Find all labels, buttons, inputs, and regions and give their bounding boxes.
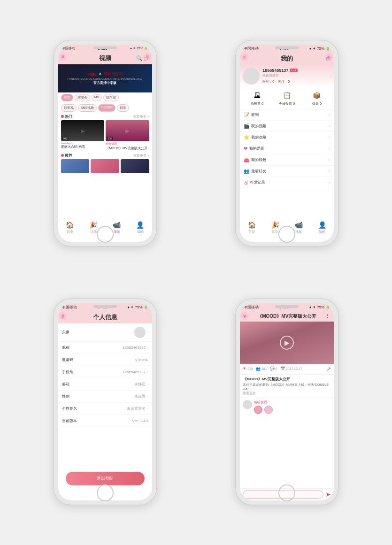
profile-chevron[interactable]: › — [330, 74, 331, 79]
filter-award[interactable]: 颁奖礼 — [61, 104, 77, 112]
vote-box-icon: 📦 — [310, 90, 323, 100]
hot-section-header: 热门 查看更多 > — [58, 113, 152, 120]
wallet-icon: 👛 — [244, 157, 249, 162]
logout-button[interactable]: 退出登陆 — [66, 472, 145, 485]
info-nickname-value: 18565465137 › — [123, 345, 148, 350]
favorites-icon: ⭐ — [244, 135, 249, 140]
flowers4-left: 🌸 — [240, 311, 249, 320]
comment-author-1: 哈哈饭团 — [254, 400, 273, 405]
recommend-thumb-2[interactable] — [91, 159, 119, 173]
icons-4: ● ✦ 75% 🔋 — [309, 305, 331, 309]
menu-tip-record[interactable]: 🖨 打赏记录 › — [240, 177, 334, 188]
video-thumb-2: 239 ▶ — [106, 120, 149, 141]
nav-video-1[interactable]: 📹 视频 — [113, 221, 121, 234]
nav-home-2[interactable]: 🏠 首页 — [248, 221, 256, 234]
comment-emoji-2[interactable] — [264, 406, 273, 414]
menu-checkin[interactable]: 📝 签到 › — [240, 109, 334, 121]
profile-info: 18565465137 Lv1 未设置签名 粉丝：0 关注：0 — [262, 68, 327, 84]
info-gender[interactable]: 性别 未设置 › — [58, 391, 152, 403]
phone-my: 中国移动 14:26 ● ✦ 75% 🔋 我的 ⚙ 🌸 🌸 1856546513… — [196, 14, 378, 273]
top-nav-profile: ‹ 个人信息 🌸 — [58, 311, 152, 323]
hot-more[interactable]: 查看更多 > — [133, 115, 149, 119]
nav-activity-1[interactable]: 🎉 活动 — [89, 221, 97, 234]
bottom-nav-1: 🏠 首页 🎉 活动 📹 视频 👤 我的 — [58, 219, 152, 242]
menu-my-video[interactable]: 🎬 我的视频 › — [240, 121, 334, 132]
nav-activity-2[interactable]: 🎉 活动 — [271, 221, 279, 234]
info-nickname[interactable]: 昵称 18565465137 › — [58, 342, 152, 354]
level-badge: Lv1 — [290, 69, 297, 72]
vote-today[interactable]: 📋 今日投票 0 — [279, 90, 295, 106]
video-desc-section: 《MOOD》MV完整版大公开 孟佳王嘉尔的新歌《MOOD》MV惊喜上线，作为"D… — [240, 375, 334, 398]
vote-today-label: 今日投票 0 — [279, 101, 295, 106]
video-item-1[interactable]: 802 ▶ baekhyun 爱丽大合唱 初雪 — [61, 120, 105, 151]
menu-favorites[interactable]: ⭐ 我的收藏 › — [240, 132, 334, 143]
send-button[interactable]: ➤ — [325, 491, 331, 498]
more-icon-wrap[interactable]: ⋮ — [325, 313, 330, 319]
info-invite-label: 邀请码 — [62, 357, 73, 362]
comment-input[interactable] — [243, 491, 323, 499]
nav-video-2[interactable]: 📹 视频 — [295, 221, 303, 234]
phone-video-detail: 中国移动 14:28 ● ✦ 75% 🔋 ‹ 《MOOD》MV完整版大公开 ⋮ … — [196, 273, 378, 531]
info-signature[interactable]: 个性签名 未设置签名 › — [58, 403, 152, 415]
invite-chevron: › — [329, 169, 330, 174]
menu-idol[interactable]: ❤ 我的爱豆 › — [240, 143, 334, 154]
video-count-2: 239 — [107, 137, 113, 140]
filter-mv[interactable]: MV — [92, 94, 102, 101]
video-grid-hot: 802 ▶ baekhyun 爱丽大合唱 初雪 239 ▶ — [58, 120, 152, 151]
nav-mine-1[interactable]: 👤 我的 — [136, 221, 144, 234]
video-thumb-main: ▶ — [240, 322, 334, 364]
nav-home-1[interactable]: 🏠 首页 — [66, 221, 74, 234]
flowers2-left: 🌸 — [240, 53, 249, 61]
recommend-thumb-1[interactable] — [61, 159, 90, 173]
search-icon[interactable]: 🔍 — [136, 55, 143, 61]
see-more[interactable]: 查看更多 — [243, 391, 331, 396]
vote-today-icon: 📋 — [280, 90, 293, 100]
flowers2-right: 🌸 — [324, 53, 334, 61]
checkin-icon: 📝 — [244, 112, 249, 117]
recommend-more[interactable]: 查看更多 > — [133, 154, 149, 158]
comment-section: 哈哈饭团 — [240, 398, 334, 488]
filter-daily[interactable]: 日常 — [117, 104, 129, 112]
video-item-2[interactable]: 239 ▶ 哈哈饭团 《MOOD》MV完整版大公开 — [106, 120, 149, 151]
vote-total-label: 总投票 0 — [251, 101, 263, 106]
filter-concert[interactable]: 演唱会 — [75, 94, 90, 101]
carrier-1: 中国移动 — [62, 46, 75, 51]
profile-header: 18565465137 Lv1 未设置签名 粉丝：0 关注：0 › — [240, 65, 334, 87]
nav-mine-2[interactable]: 👤 我的 — [318, 221, 326, 234]
filter-comprehensive[interactable]: 综艺 — [61, 94, 73, 101]
icons-2: ● ✦ 75% 🔋 — [309, 46, 331, 51]
info-version-value: Ver: 1.4.2 — [132, 419, 148, 423]
info-avatar[interactable]: 头像 › — [58, 323, 152, 342]
more-icon[interactable]: ⋮ — [325, 313, 330, 319]
top-nav-my: 我的 ⚙ 🌸 🌸 — [240, 53, 334, 65]
time-3: 14:26 — [97, 305, 107, 309]
filter-cover[interactable]: COVER — [98, 104, 115, 112]
follow-count: 关注：0 — [278, 79, 290, 84]
hot-title: 热门 — [61, 114, 72, 119]
bottom-nav-2: 🏠 首页 🎉 活动 📹 视频 👤 我的 — [240, 219, 334, 242]
share-icon[interactable]: ↗ — [326, 366, 331, 372]
info-avatar-chevron: › — [147, 330, 148, 334]
comment-content-1: 哈哈饭团 — [254, 400, 273, 414]
menu-invite[interactable]: 👥 邀请好友 › — [240, 166, 334, 177]
calendar-icon: 📅 — [280, 367, 285, 371]
filter-sns[interactable]: SNS视频 — [78, 104, 97, 112]
recommend-thumb-3[interactable] — [121, 159, 149, 173]
vote-box[interactable]: 📦 饭盒 0 — [310, 90, 323, 106]
vote-total[interactable]: 🗳 总投票 0 — [251, 90, 264, 106]
video-detail-thumb[interactable]: ▶ — [240, 322, 334, 364]
views-icon: 👁 — [243, 367, 246, 371]
menu-wallet[interactable]: 👛 我的钱包 › — [240, 154, 334, 166]
profile-stats: 粉丝：0 关注：0 — [262, 79, 327, 84]
phone-shell-3: 中国移动 14:26 ● ✦ 75% 🔋 ‹ 个人信息 🌸 头像 › — [54, 299, 157, 505]
profile-name: 18565465137 Lv1 — [262, 68, 327, 73]
fans-count: 粉丝：0 — [262, 79, 274, 84]
info-phone[interactable]: 手机号 18565465137 › — [58, 366, 152, 378]
banner-subtitle: FANCOM SCHOOL KOREA MUSIC INTERNATIONAL … — [68, 77, 143, 80]
comment-emoji-1[interactable] — [254, 406, 262, 414]
stat-comments: 💬 0 — [270, 367, 277, 371]
info-email[interactable]: 邮箱 未绑定 › — [58, 378, 152, 391]
menu-invite-left: 👥 邀请好友 — [244, 169, 266, 174]
info-list: 头像 › 昵称 18565465137 › 邀请码 — [58, 323, 152, 466]
filter-practice[interactable]: 练习室 — [103, 94, 119, 101]
